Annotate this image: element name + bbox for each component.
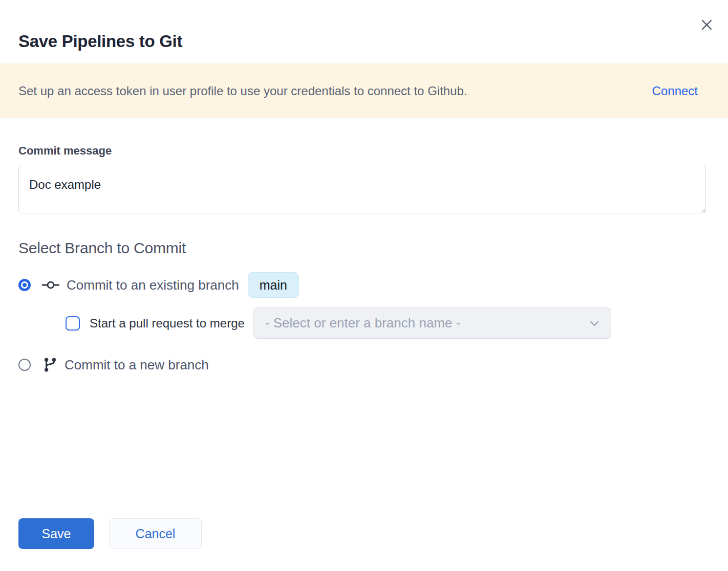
existing-branch-option: Commit to an existing branch main — [18, 272, 706, 298]
branch-select-dropdown[interactable]: - Select or enter a branch name - — [253, 308, 611, 339]
branch-section-heading: Select Branch to Commit — [18, 239, 706, 257]
new-branch-radio[interactable] — [18, 359, 31, 371]
dialog-footer: Save Cancel — [18, 518, 202, 549]
save-button[interactable]: Save — [18, 518, 94, 549]
close-button[interactable] — [697, 15, 716, 34]
git-commit-icon — [41, 278, 60, 292]
dialog-content: Commit message Doc example Select Branch… — [0, 144, 728, 377]
dialog-title: Save Pipelines to Git — [0, 0, 728, 52]
radio-dot — [23, 283, 27, 287]
new-branch-label: Commit to a new branch — [65, 357, 209, 373]
dropdown-placeholder: - Select or enter a branch name - — [265, 315, 461, 331]
branch-badge[interactable]: main — [248, 272, 299, 298]
radio-inner-ring — [21, 281, 28, 289]
banner-message: Set up an access token in user profile t… — [18, 84, 467, 98]
commit-message-input[interactable]: Doc example — [18, 165, 706, 213]
save-pipelines-dialog: Save Pipelines to Git Set up an access t… — [0, 0, 728, 571]
git-branch-icon — [42, 357, 58, 373]
pull-request-label: Start a pull request to merge — [90, 316, 245, 331]
existing-branch-label: Commit to an existing branch — [67, 277, 239, 293]
pull-request-checkbox[interactable] — [66, 316, 80, 331]
commit-message-label: Commit message — [18, 144, 706, 158]
credentials-banner: Set up an access token in user profile t… — [0, 63, 728, 118]
new-branch-option: Commit to a new branch — [18, 353, 706, 377]
close-icon — [700, 18, 713, 31]
cancel-button[interactable]: Cancel — [109, 518, 202, 549]
pull-request-row: Start a pull request to merge - Select o… — [66, 308, 706, 339]
existing-branch-radio[interactable] — [18, 279, 31, 291]
chevron-down-icon — [588, 317, 601, 330]
connect-link[interactable]: Connect — [652, 84, 698, 98]
